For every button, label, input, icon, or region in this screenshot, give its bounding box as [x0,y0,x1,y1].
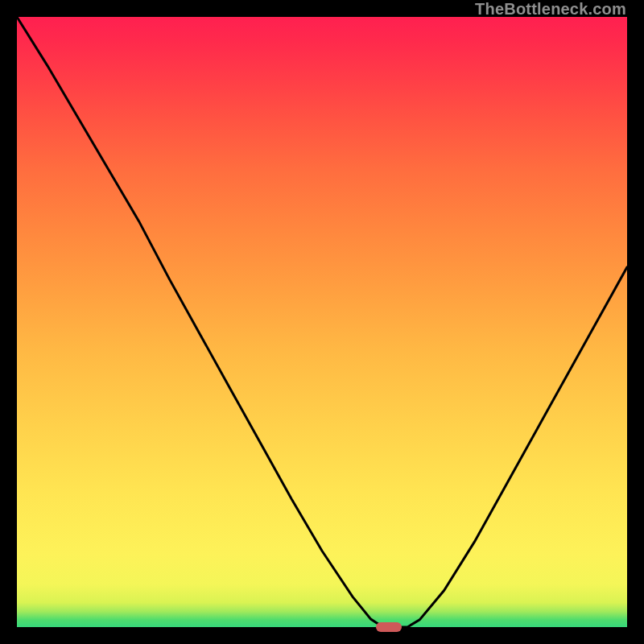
plot-area [17,17,627,627]
chart-frame: TheBottleneck.com [0,0,644,644]
curve-path [17,17,627,627]
optimal-marker [376,622,402,632]
watermark-text: TheBottleneck.com [475,0,626,19]
bottleneck-curve [17,17,627,627]
